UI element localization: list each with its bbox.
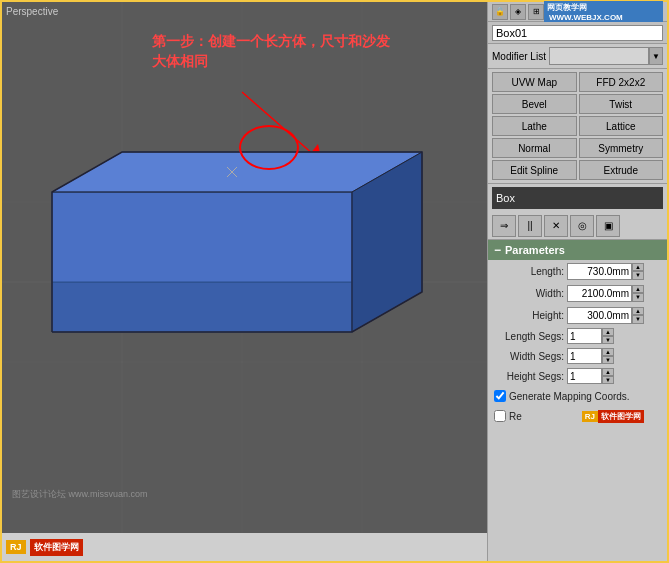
- parameters-section: − Parameters Length: ▲ ▼ Width: ▲ ▼: [488, 240, 667, 561]
- modifier-stack-item: Box: [496, 192, 515, 204]
- rj-logo: RJ: [6, 540, 26, 554]
- twist-button[interactable]: Twist: [579, 94, 664, 114]
- modifier-list-row: Modifier List ▼: [488, 44, 667, 69]
- svg-marker-8: [52, 282, 352, 332]
- width-segs-input[interactable]: [567, 348, 602, 364]
- real-world-checkbox[interactable]: [494, 410, 506, 422]
- bevel-button[interactable]: Bevel: [492, 94, 577, 114]
- height-spinner: ▲ ▼: [632, 307, 644, 324]
- generate-mapping-row: Generate Mapping Coords.: [488, 386, 667, 406]
- params-minus-icon: −: [494, 243, 501, 257]
- height-segs-up[interactable]: ▲: [602, 368, 614, 376]
- height-segs-down[interactable]: ▼: [602, 376, 614, 384]
- modifier-buttons-grid: UVW Map FFD 2x2x2 Bevel Twist Lathe Latt…: [488, 69, 667, 184]
- width-spin-up[interactable]: ▲: [632, 285, 644, 294]
- width-input[interactable]: [567, 285, 632, 302]
- rj-bottom-logo: RJ: [582, 411, 598, 422]
- length-segs-label: Length Segs:: [494, 331, 564, 342]
- modifier-dropdown-container: ▼: [549, 47, 663, 65]
- parameters-label: Parameters: [505, 244, 565, 256]
- height-segs-spinner: ▲ ▼: [602, 368, 614, 384]
- lock-icon[interactable]: 🔒: [492, 4, 508, 20]
- edit-spline-button[interactable]: Edit Spline: [492, 160, 577, 180]
- real-world-label: Re: [509, 411, 522, 422]
- pin-icon[interactable]: ⇒: [492, 215, 516, 237]
- length-spin-up[interactable]: ▲: [632, 263, 644, 272]
- software-logo: 软件图学网: [30, 539, 83, 556]
- bottom-bar: RJ 软件图学网: [2, 533, 487, 561]
- generate-mapping-label: Generate Mapping Coords.: [509, 391, 630, 402]
- length-segs-input[interactable]: [567, 328, 602, 344]
- object-name-input[interactable]: [492, 25, 663, 41]
- extrude-button[interactable]: Extrude: [579, 160, 664, 180]
- length-segs-down[interactable]: ▼: [602, 336, 614, 344]
- ffd-button[interactable]: FFD 2x2x2: [579, 72, 664, 92]
- symmetry-button[interactable]: Symmetry: [579, 138, 664, 158]
- lathe-button[interactable]: Lathe: [492, 116, 577, 136]
- main-container: Perspective 第一步：创建一个长方体，尺寸和沙发 大体相同: [0, 0, 669, 563]
- height-segs-input[interactable]: [567, 368, 602, 384]
- copy-icon[interactable]: ◎: [570, 215, 594, 237]
- modifier-list-label: Modifier List: [492, 51, 546, 62]
- parameters-header: − Parameters: [488, 240, 667, 260]
- length-segs-row: Length Segs: ▲ ▼: [488, 326, 667, 346]
- red-circle-annotation: [239, 125, 299, 170]
- length-spin-down[interactable]: ▼: [632, 271, 644, 280]
- object-name-row: [488, 22, 667, 44]
- remove-icon[interactable]: ✕: [544, 215, 568, 237]
- height-input[interactable]: [567, 307, 632, 324]
- 3d-box: [32, 102, 432, 332]
- real-world-row: Re RJ 软件图学网: [488, 406, 667, 426]
- grid-icon[interactable]: ⊞: [528, 4, 544, 20]
- uvw-map-button[interactable]: UVW Map: [492, 72, 577, 92]
- configure-icon[interactable]: ||: [518, 215, 542, 237]
- height-segs-row: Height Segs: ▲ ▼: [488, 366, 667, 386]
- lattice-button[interactable]: Lattice: [579, 116, 664, 136]
- watermark: 图艺设计论坛 www.missvuan.com: [12, 488, 148, 501]
- svg-marker-9: [52, 192, 352, 282]
- width-segs-label: Width Segs:: [494, 351, 564, 362]
- panel-header-icons: 🔒 ◈ ⊞: [492, 4, 544, 20]
- length-label: Length:: [494, 266, 564, 277]
- height-spin-down[interactable]: ▼: [632, 315, 644, 324]
- normal-button[interactable]: Normal: [492, 138, 577, 158]
- viewport-label: Perspective: [6, 6, 58, 17]
- width-spinner: ▲ ▼: [632, 285, 644, 302]
- width-label: Width:: [494, 288, 564, 299]
- panel-header: 🔒 ◈ ⊞ 网页教学网 WWW.WEBJX.COM: [488, 2, 667, 22]
- width-segs-up[interactable]: ▲: [602, 348, 614, 356]
- modifier-dropdown[interactable]: [549, 47, 649, 65]
- height-label: Height:: [494, 310, 564, 321]
- website-badge: 网页教学网 WWW.WEBJX.COM: [544, 1, 663, 23]
- select-icon[interactable]: ◈: [510, 4, 526, 20]
- width-row: Width: ▲ ▼: [488, 282, 667, 304]
- icon-toolbar-row: ⇒ || ✕ ◎ ▣: [488, 212, 667, 240]
- width-segs-row: Width Segs: ▲ ▼: [488, 346, 667, 366]
- viewport: Perspective 第一步：创建一个长方体，尺寸和沙发 大体相同: [2, 2, 487, 561]
- length-segs-up[interactable]: ▲: [602, 328, 614, 336]
- paste-icon[interactable]: ▣: [596, 215, 620, 237]
- length-row: Length: ▲ ▼: [488, 260, 667, 282]
- height-row: Height: ▲ ▼: [488, 304, 667, 326]
- height-segs-label: Height Segs:: [494, 371, 564, 382]
- software-bottom-logo: 软件图学网: [598, 410, 644, 423]
- generate-mapping-checkbox[interactable]: [494, 390, 506, 402]
- length-spinner: ▲ ▼: [632, 263, 644, 280]
- width-segs-spinner: ▲ ▼: [602, 348, 614, 364]
- height-spin-up[interactable]: ▲: [632, 307, 644, 316]
- right-panel: 🔒 ◈ ⊞ 网页教学网 WWW.WEBJX.COM Modifier List …: [487, 2, 667, 561]
- length-segs-spinner: ▲ ▼: [602, 328, 614, 344]
- width-segs-down[interactable]: ▼: [602, 356, 614, 364]
- dropdown-arrow-icon[interactable]: ▼: [649, 47, 663, 65]
- length-input[interactable]: [567, 263, 632, 280]
- width-spin-down[interactable]: ▼: [632, 293, 644, 302]
- modifier-stack: Box: [492, 187, 663, 209]
